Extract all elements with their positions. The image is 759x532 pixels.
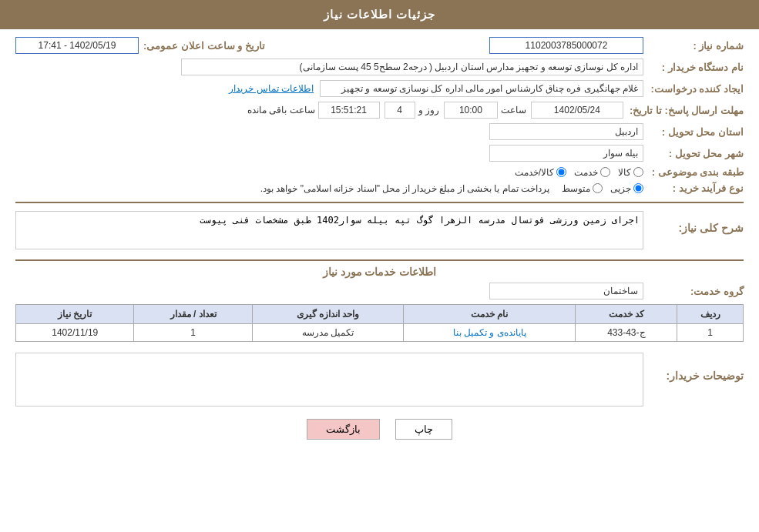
khadamat-title: اطلاعات خدمات مورد نیاز xyxy=(15,266,744,278)
sharh-label: شرح کلی نیاز: xyxy=(643,222,744,234)
tarikh-value: 1402/05/19 - 17:41 xyxy=(15,37,139,54)
shomara-niaz-value: 1102003785000072 xyxy=(489,37,643,54)
nam-dastaghah-row: نام دستگاه خریدار : اداره کل نوسازی توسع… xyxy=(15,59,744,75)
shomara-niaz-label: شماره نیاز : xyxy=(643,40,744,52)
mohlat-roz-label: روز و xyxy=(418,105,439,115)
mohlat-roz: 4 xyxy=(385,102,415,119)
tabaqe-kala-radio[interactable] xyxy=(633,167,643,177)
grouh-row: گروه خدمت: ساختمان xyxy=(15,283,744,299)
sharh-container xyxy=(15,208,643,252)
ijad-label: ایجاد کننده درخواست: xyxy=(643,83,744,95)
table-cell-3: تکمیل مدرسه xyxy=(252,324,403,342)
col-radif: ردیف xyxy=(677,305,744,324)
tabaqe-kala-khadmat-radio[interactable] xyxy=(556,167,566,177)
tabaqe-khadmat: خدمت xyxy=(574,167,610,178)
shahr-value: بیله سوار xyxy=(489,145,643,162)
table-header-row: ردیف کد خدمت نام خدمت واحد اندازه گیری ت… xyxy=(16,305,744,324)
tarikh-label: تاریخ و ساعت اعلان عمومی: xyxy=(139,40,265,52)
col-code: کد خدمت xyxy=(576,305,677,324)
shahr-row: شهر محل تحویل : بیله سوار xyxy=(15,145,744,162)
sharh-textarea[interactable] xyxy=(15,211,643,249)
noe-jozi: جزیی xyxy=(610,183,643,194)
tabaqe-kala-khadmat: کالا/خدمت xyxy=(515,167,566,178)
table-cell-0: 1 xyxy=(677,324,744,342)
mohlat-saat: 10:00 xyxy=(444,102,498,119)
tabaqe-khadmat-radio[interactable] xyxy=(600,167,610,177)
khadamat-table: ردیف کد خدمت نام خدمت واحد اندازه گیری ت… xyxy=(15,304,744,342)
noe-motovaset: متوسط xyxy=(562,183,603,194)
sharh-divider xyxy=(15,202,744,203)
bazgasht-button[interactable]: بازگشت xyxy=(307,419,380,440)
grouh-label: گروه خدمت: xyxy=(643,286,744,297)
noe-jozi-radio[interactable] xyxy=(633,183,643,193)
page-header: جزئیات اطلاعات نیاز xyxy=(0,0,759,29)
shomara-tarikh-row: شماره نیاز : 1102003785000072 تاریخ و سا… xyxy=(15,37,744,54)
tabaqe-kala: کالا xyxy=(618,167,643,178)
table-row: 1ج-43-433پایانده‌ی و تکمیل بناتکمیل مدرس… xyxy=(16,324,744,342)
col-name: نام خدمت xyxy=(404,305,576,324)
nam-dastaghah-label: نام دستگاه خریدار : xyxy=(643,62,744,73)
col-tarikh: تاریخ نیاز xyxy=(16,305,134,324)
tawzih-content xyxy=(15,353,643,407)
tabaqe-row: طبقه بندی موضوعی : کالا خدمت کالا/خدمت xyxy=(15,166,744,178)
mohlat-label: مهلت ارسال پاسخ: تا تاریخ: xyxy=(623,105,744,116)
ijad-link[interactable]: اطلاعات تماس خریدار xyxy=(229,83,314,94)
table-cell-4: 1 xyxy=(134,324,252,342)
shahr-label: شهر محل تحویل : xyxy=(643,148,744,159)
noe-motovaset-radio[interactable] xyxy=(593,183,603,193)
ostan-row: استان محل تحویل : اردبیل xyxy=(15,123,744,140)
ijad-value: غلام جهانگیری فره چناق کارشناس امور مالی… xyxy=(320,80,643,97)
khadamat-table-container: ردیف کد خدمت نام خدمت واحد اندازه گیری ت… xyxy=(15,304,744,342)
ijad-row: ایجاد کننده درخواست: غلام جهانگیری فره چ… xyxy=(15,80,744,97)
tabaqe-radio-group: کالا خدمت کالا/خدمت xyxy=(515,167,643,178)
table-cell-2: پایانده‌ی و تکمیل بنا xyxy=(404,324,576,342)
mohlat-baqi: 15:51:21 xyxy=(318,102,380,119)
buttons-row: چاپ بازگشت xyxy=(15,419,744,440)
tabaqe-label: طبقه بندی موضوعی : xyxy=(643,166,744,178)
mohlat-row: مهلت ارسال پاسخ: تا تاریخ: 1402/05/24 سا… xyxy=(15,102,744,119)
mohlat-baqi-label: ساعت باقی مانده xyxy=(247,105,315,115)
page-title: جزئیات اطلاعات نیاز xyxy=(324,8,435,21)
noe-note: پرداخت تمام یا بخشی از مبلغ خریدار از مح… xyxy=(260,183,554,194)
noe-radio-group: جزیی متوسط xyxy=(562,183,643,194)
col-tedad: تعداد / مقدار xyxy=(134,305,252,324)
tawzih-label: توضیحات خریدار: xyxy=(643,370,744,382)
khadamat-tbody: 1ج-43-433پایانده‌ی و تکمیل بناتکمیل مدرس… xyxy=(16,324,744,342)
mohlat-date: 1402/05/24 xyxy=(531,102,623,119)
table-cell-5: 1402/11/19 xyxy=(16,324,134,342)
noe-farayand-row: نوع فرآیند خرید : جزیی متوسط پرداخت تمام… xyxy=(15,182,744,194)
ostan-label: استان محل تحویل : xyxy=(643,126,744,138)
grouh-value: ساختمان xyxy=(489,283,643,299)
table-cell-1: ج-43-433 xyxy=(576,324,677,342)
tawzih-container xyxy=(15,350,643,407)
mohlat-saat-label: ساعت xyxy=(501,105,526,115)
noe-farayand-label: نوع فرآیند خرید : xyxy=(643,182,744,194)
ostan-value: اردبیل xyxy=(489,123,643,140)
col-unit: واحد اندازه گیری xyxy=(252,305,403,324)
sharh-row: شرح کلی نیاز: xyxy=(15,208,744,252)
nam-dastaghah-value: اداره کل نوسازی توسعه و تجهیز مدارس استا… xyxy=(181,59,643,75)
chap-button[interactable]: چاپ xyxy=(395,419,452,440)
tawzih-row: توضیحات خریدار: xyxy=(15,350,744,407)
khadamat-divider xyxy=(15,259,744,261)
